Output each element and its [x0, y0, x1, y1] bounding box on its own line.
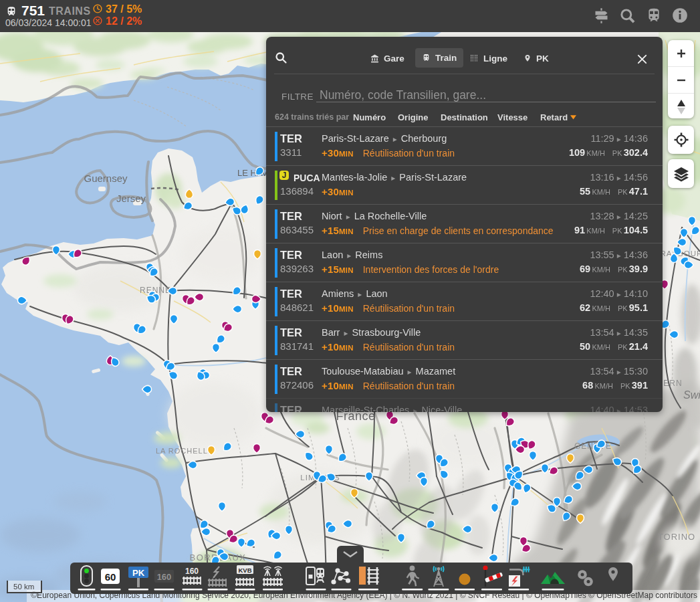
- svg-text:Jersey: Jersey: [116, 193, 146, 204]
- svg-text:TORINO: TORINO: [658, 532, 695, 542]
- svg-text:LA ROCHELLE: LA ROCHELLE: [156, 447, 213, 455]
- svg-text:KVB: KVB: [238, 567, 251, 574]
- svg-text:160: 160: [185, 567, 199, 576]
- svg-text:160: 160: [157, 572, 172, 582]
- svg-text:PK: PK: [132, 568, 145, 578]
- svg-text:Switzerland: Switzerland: [683, 389, 700, 401]
- svg-text:Guernsey: Guernsey: [84, 173, 128, 184]
- svg-text:60: 60: [105, 571, 116, 583]
- svg-text:GENÈVE: GENÈVE: [574, 441, 612, 451]
